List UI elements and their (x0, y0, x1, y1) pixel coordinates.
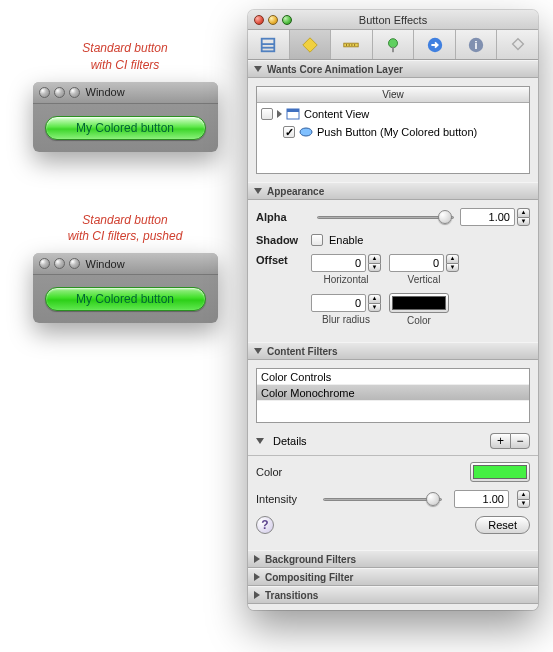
svg-marker-3 (303, 37, 317, 51)
disclosure-icon (254, 66, 262, 72)
alpha-field[interactable]: 1.00 (460, 208, 515, 226)
tab-attributes[interactable] (248, 30, 290, 59)
section-transitions[interactable]: Transitions (248, 586, 538, 604)
shadow-label: Shadow (256, 234, 311, 246)
demo-window-title: Window (86, 86, 125, 98)
blur-field[interactable]: 0 (311, 294, 366, 312)
tab-bindings[interactable] (373, 30, 415, 59)
outline-row-push-button[interactable]: Push Button (My Colored button) (257, 123, 529, 141)
blur-stepper[interactable]: ▲▼ (368, 294, 381, 312)
offset-h-stepper[interactable]: ▲▼ (368, 254, 381, 272)
close-icon[interactable] (39, 258, 50, 269)
inspector-title: Button Effects (248, 14, 538, 26)
disclosure-icon[interactable] (256, 438, 264, 444)
intensity-stepper[interactable]: ▲▼ (517, 490, 530, 508)
intensity-field[interactable]: 1.00 (454, 490, 509, 508)
shadow-enable-checkbox[interactable] (311, 234, 323, 246)
close-icon[interactable] (39, 87, 50, 98)
add-filter-button[interactable]: + (490, 433, 510, 449)
demo-titlebar: Window (33, 82, 218, 104)
disclosure-icon (254, 348, 262, 354)
demo-window-normal: Window My Colored button (33, 82, 218, 152)
section-appearance[interactable]: Appearance (248, 182, 538, 200)
alpha-slider[interactable] (317, 209, 454, 225)
inspector-titlebar[interactable]: Button Effects (248, 10, 538, 30)
tab-size[interactable] (331, 30, 373, 59)
shadow-color-well[interactable] (389, 293, 449, 313)
svg-point-17 (300, 128, 312, 136)
caption-pushed: Standard button with CI filters, pushed (15, 212, 235, 246)
svg-text:i: i (475, 38, 478, 50)
section-compositing-filter[interactable]: Compositing Filter (248, 568, 538, 586)
outline-row-content-view[interactable]: Content View (257, 105, 529, 123)
section-background-filters[interactable]: Background Filters (248, 550, 538, 568)
reset-button[interactable]: Reset (475, 516, 530, 534)
disclosure-icon (254, 573, 260, 581)
minimize-icon[interactable] (54, 87, 65, 98)
view-outline: View Content View Push Button (My Colore… (256, 86, 530, 174)
svg-marker-14 (512, 38, 523, 49)
view-icon (286, 108, 300, 120)
tab-identity[interactable]: i (456, 30, 498, 59)
disclosure-icon (254, 591, 260, 599)
zoom-icon[interactable] (69, 258, 80, 269)
offset-label: Offset (256, 254, 311, 266)
caption-normal: Standard button with CI filters (15, 40, 235, 74)
colored-button-pushed[interactable]: My Colored button (45, 287, 206, 311)
filter-row-color-controls[interactable]: Color Controls (257, 369, 529, 385)
svg-rect-16 (287, 109, 299, 112)
section-core-animation[interactable]: Wants Core Animation Layer (248, 60, 538, 78)
help-button[interactable]: ? (256, 516, 274, 534)
tab-effects[interactable] (290, 30, 332, 59)
tabbar: i (248, 30, 538, 60)
alpha-stepper[interactable]: ▲▼ (517, 208, 530, 226)
alpha-label: Alpha (256, 211, 311, 223)
details-label: Details (273, 435, 307, 447)
section-content-filters[interactable]: Content Filters (248, 342, 538, 360)
enable-label: Enable (329, 234, 363, 246)
colored-button[interactable]: My Colored button (45, 116, 206, 140)
svg-rect-10 (392, 46, 394, 51)
filter-list[interactable]: Color Controls Color Monochrome (256, 368, 530, 423)
inspector-panel: Button Effects i Wants Core Animation La… (248, 10, 538, 610)
disclosure-icon[interactable] (277, 110, 282, 118)
detail-color-well[interactable] (470, 462, 530, 482)
offset-v-field[interactable]: 0 (389, 254, 444, 272)
layer-checkbox[interactable] (261, 108, 273, 120)
tab-applescript[interactable] (497, 30, 538, 59)
minimize-icon[interactable] (54, 258, 65, 269)
svg-rect-4 (344, 43, 358, 47)
tab-connections[interactable] (414, 30, 456, 59)
svg-point-9 (389, 38, 398, 47)
offset-h-field[interactable]: 0 (311, 254, 366, 272)
intensity-slider[interactable] (323, 491, 442, 507)
filter-row-color-monochrome[interactable]: Color Monochrome (257, 385, 529, 401)
disclosure-icon (254, 555, 260, 563)
intensity-label: Intensity (256, 493, 311, 505)
demo-window-pushed: Window My Colored button (33, 253, 218, 323)
disclosure-icon (254, 188, 262, 194)
layer-checkbox[interactable] (283, 126, 295, 138)
demo-window-title: Window (86, 258, 125, 270)
zoom-icon[interactable] (69, 87, 80, 98)
demo-titlebar: Window (33, 253, 218, 275)
offset-v-stepper[interactable]: ▲▼ (446, 254, 459, 272)
button-icon (299, 126, 313, 138)
outline-column-view[interactable]: View (257, 87, 529, 103)
remove-filter-button[interactable]: − (510, 433, 530, 449)
detail-color-label: Color (256, 466, 311, 478)
